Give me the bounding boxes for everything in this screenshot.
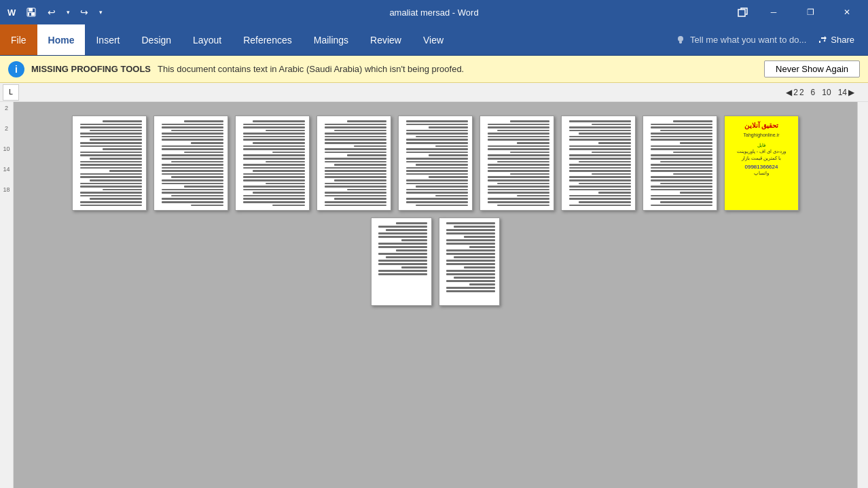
- page-thumb-2[interactable]: [153, 116, 228, 211]
- ad-service-2: ورد-دی ای اف - پاورپوینت: [729, 148, 794, 155]
- tab-design[interactable]: Design: [130, 24, 182, 55]
- close-button[interactable]: ✕: [831, 0, 863, 24]
- ad-service-1: فایل: [729, 143, 794, 148]
- svg-point-7: [678, 36, 683, 41]
- notification-title: MISSING PROOFING TOOLS: [31, 64, 151, 74]
- document-title: amaliat mersad - Word: [389, 7, 478, 18]
- svg-rect-3: [29, 8, 33, 12]
- redo-button[interactable]: ↪: [75, 3, 94, 22]
- tell-me-search[interactable]: Tell me what you want to do...: [675, 35, 806, 46]
- svg-rect-8: [679, 41, 682, 43]
- vertical-ruler: 2 2 10 14 18: [0, 102, 14, 488]
- page-thumb-9-ad[interactable]: تحقیق آنلاین Tahghighonline.ir فایل ورد-…: [724, 116, 799, 211]
- share-icon: [817, 35, 828, 46]
- share-button[interactable]: Share: [812, 35, 860, 46]
- svg-rect-9: [680, 43, 682, 43]
- pages-row-1: تحقیق آنلاین Tahghighonline.ir فایل ورد-…: [34, 116, 837, 211]
- restore-button[interactable]: ❐: [795, 0, 826, 24]
- notification-message: This document contains text in Arabic (S…: [158, 64, 757, 74]
- page-thumb-4[interactable]: [317, 116, 391, 211]
- ribbon-search-area: Tell me what you want to do... Share: [675, 24, 868, 55]
- page-thumb-8[interactable]: [643, 116, 717, 211]
- page-content-1: [73, 116, 146, 210]
- undo-button[interactable]: ↩: [42, 3, 61, 22]
- ruler-numbers: ◀ 2 2 6 10 14 ▶: [786, 88, 854, 97]
- pages-row-2: [34, 217, 837, 306]
- tab-mailings[interactable]: Mailings: [303, 24, 359, 55]
- window-controls: ─ ❐ ✕: [734, 0, 863, 24]
- restore-ribbon-icon[interactable]: [734, 3, 753, 22]
- never-show-again-button[interactable]: Never Show Again: [764, 60, 860, 77]
- page-thumb-11[interactable]: [439, 217, 500, 306]
- ad-content: تحقیق آنلاین Tahghighonline.ir فایل ورد-…: [725, 116, 798, 182]
- page-thumb-7[interactable]: [561, 116, 636, 211]
- document-area: تحقیق آنلاین Tahghighonline.ir فایل ورد-…: [14, 102, 857, 488]
- word-app-icon: W: [5, 5, 19, 19]
- page-thumb-1[interactable]: [72, 116, 147, 211]
- tab-view[interactable]: View: [412, 24, 454, 55]
- tab-home[interactable]: Home: [37, 24, 86, 55]
- tab-layout[interactable]: Layout: [182, 24, 232, 55]
- ad-phone: 09981366624: [729, 164, 794, 170]
- save-button[interactable]: [22, 3, 41, 22]
- tab-selector[interactable]: L: [3, 84, 19, 101]
- tab-file[interactable]: File: [0, 24, 37, 55]
- undo-dropdown[interactable]: ▾: [62, 3, 73, 22]
- svg-text:W: W: [7, 7, 16, 18]
- svg-rect-6: [738, 10, 745, 16]
- page-thumb-6[interactable]: [480, 116, 554, 211]
- lightbulb-icon: [675, 35, 686, 46]
- main-content: 2 2 10 14 18: [0, 102, 868, 488]
- customize-qat-button[interactable]: ▾: [95, 3, 106, 22]
- title-bar-left: W ↩ ▾ ↪ ▾: [5, 3, 106, 22]
- ribbon: File Home Insert Design Layout Reference…: [0, 24, 868, 56]
- tab-review[interactable]: Review: [359, 24, 412, 55]
- ad-title: تحقیق آنلاین: [729, 122, 794, 129]
- page-thumb-10[interactable]: [371, 217, 432, 306]
- tab-references[interactable]: References: [232, 24, 303, 55]
- page-thumb-5[interactable]: [398, 116, 473, 211]
- notification-bar: i MISSING PROOFING TOOLS This document c…: [0, 56, 868, 83]
- svg-rect-5: [29, 13, 31, 16]
- ad-app: واتساپ: [729, 170, 794, 177]
- title-bar: W ↩ ▾ ↪ ▾ amaliat mersad - Word: [0, 0, 868, 24]
- page-thumb-3[interactable]: [235, 116, 310, 211]
- info-icon: i: [8, 61, 24, 77]
- tab-insert[interactable]: Insert: [85, 24, 130, 55]
- ad-service-3: با کمترین قیمت بازار: [729, 155, 794, 162]
- ad-website: Tahghighonline.ir: [729, 132, 794, 139]
- horizontal-ruler: ◀ 2 2 6 10 14 ▶: [19, 83, 868, 101]
- minimize-button[interactable]: ─: [758, 0, 789, 24]
- quick-access-toolbar: ↩ ▾ ↪ ▾: [22, 3, 106, 22]
- vertical-scrollbar[interactable]: [857, 102, 868, 488]
- ruler-area: L ◀ 2 2 6 10 14 ▶: [0, 83, 868, 102]
